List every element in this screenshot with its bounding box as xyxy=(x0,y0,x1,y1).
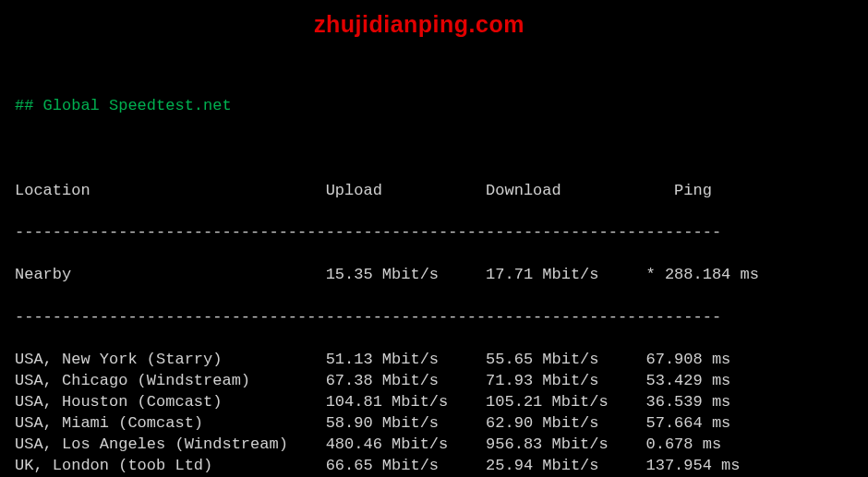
table-row: USA, Los Angeles (Windstream) 480.46 Mbi… xyxy=(15,435,853,456)
table-row: USA, Chicago (Windstream) 67.38 Mbit/s 7… xyxy=(15,371,853,392)
table-row: USA, Houston (Comcast) 104.81 Mbit/s 105… xyxy=(15,392,853,413)
section-title: ## Global Speedtest.net xyxy=(15,97,232,114)
header-row: Location Upload Download Ping xyxy=(15,181,853,202)
table-row: USA, Miami (Comcast) 58.90 Mbit/s 62.90 … xyxy=(15,413,853,435)
divider: ----------------------------------------… xyxy=(15,222,853,244)
table-row: USA, New York (Starry) 51.13 Mbit/s 55.6… xyxy=(15,350,853,371)
watermark-overlay: zhujidianping.com xyxy=(314,9,524,41)
table-row: UK, London (toob Ltd) 66.65 Mbit/s 25.94… xyxy=(15,456,853,477)
divider: ----------------------------------------… xyxy=(15,307,853,328)
nearby-row: Nearby 15.35 Mbit/s 17.71 Mbit/s * 288.1… xyxy=(15,265,853,286)
